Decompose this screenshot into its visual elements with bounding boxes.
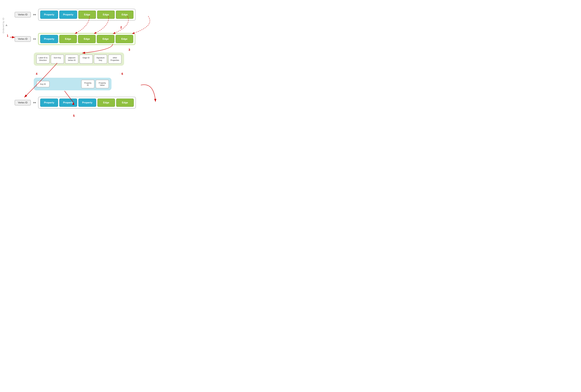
mapsto-4: ↦: [33, 101, 36, 104]
cell-property-1-2: Property: [59, 10, 77, 19]
property-value: PropertyValue: [96, 80, 109, 88]
cell-edge-1-1: Edge: [78, 10, 96, 19]
cell-property-1-1: Property: [40, 10, 58, 19]
property-detail: Key ID PropertyID PropertyValue: [34, 78, 112, 90]
cell-property-4-2: Property: [59, 98, 77, 107]
cells-row2: Property Edge Edge Edge Edge: [38, 33, 135, 45]
property-key-id: Key ID: [36, 81, 50, 87]
cell-edge-1-3: Edge: [116, 10, 134, 19]
property-id: PropertyID: [81, 80, 94, 88]
edge-detail: Label ID &Direction Sort Key adjacentVer…: [34, 52, 124, 66]
edge-detail-edge-id: Edge ID: [80, 54, 93, 64]
cell-edge-2-4: Edge: [116, 35, 133, 43]
ordered-label: Ordered by ID: [2, 18, 8, 33]
edge-detail-other-props: otherProperties: [108, 54, 122, 64]
row2: Vertex ID ↦ Property Edge Edge Edge Edge: [15, 33, 135, 45]
cell-edge-2-2: Edge: [78, 35, 96, 43]
cell-edge-1-2: Edge: [97, 10, 115, 19]
arrow-3: [82, 44, 113, 53]
label-3: 3: [128, 48, 130, 52]
cell-property-4-3: Property: [78, 98, 96, 107]
mapsto-2: ↦: [33, 37, 36, 41]
label-6: 6: [122, 72, 123, 76]
cell-edge-4-2: Edge: [116, 98, 134, 107]
vertex-id-1: Vertex ID: [15, 12, 31, 18]
row1: Vertex ID ↦ Property Property Edge Edge …: [15, 9, 136, 20]
row4: Vertex ID ↦ Property Property Property E…: [15, 97, 136, 108]
cell-property-4-1: Property: [40, 98, 58, 107]
edge-detail-sort-key: Sort Key: [51, 54, 64, 64]
mapsto-1: ↦: [33, 13, 36, 16]
cell-edge-4-1: Edge: [98, 98, 115, 107]
vertex-id-4: Vertex ID: [15, 100, 31, 106]
vertex-id-2: Vertex ID: [15, 36, 31, 42]
cell-edge-2-3: Edge: [97, 35, 114, 43]
label-1: 1: [7, 34, 8, 38]
cells-row1: Property Property Edge Edge Edge: [38, 9, 136, 20]
label-2: 2: [120, 26, 122, 29]
ordered-arrow: [6, 24, 8, 26]
cells-row4: Property Property Property Edge Edge: [38, 97, 136, 108]
label-5: 5: [73, 114, 75, 118]
edge-detail-signature-key: SignatureKey: [94, 54, 107, 64]
cell-property-2-1: Property: [40, 35, 58, 43]
label-4: 4: [36, 72, 38, 76]
cell-edge-2-1: Edge: [59, 35, 77, 43]
diagram: Ordered by ID Vertex ID ↦ Property Prope…: [0, 0, 194, 131]
arrow-6: [141, 84, 156, 102]
edge-detail-adjacent-vertex: adjacentVertex ID: [65, 54, 78, 64]
edge-detail-label-id: Label ID &Direction: [36, 54, 50, 64]
